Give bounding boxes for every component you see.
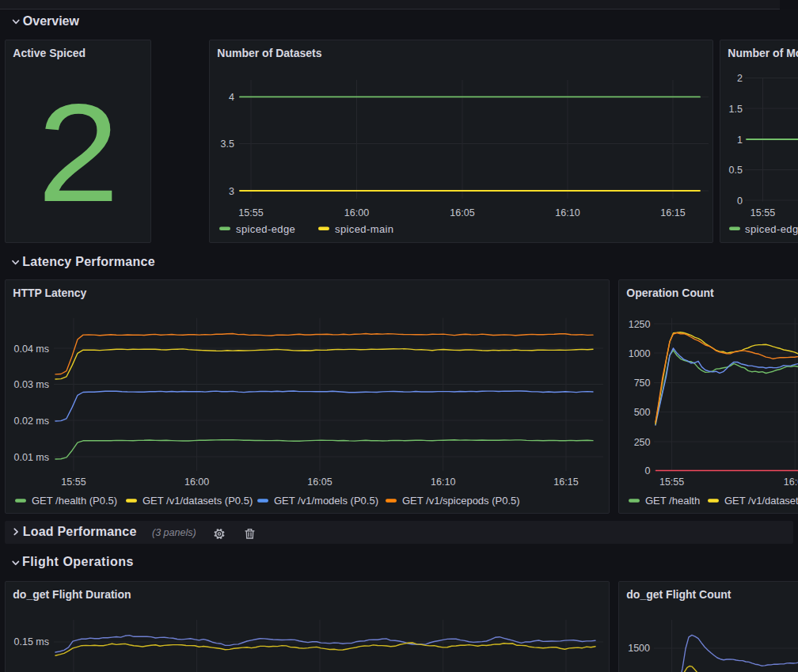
svg-text:500: 500 bbox=[634, 407, 651, 418]
svg-text:0.01 ms: 0.01 ms bbox=[14, 452, 49, 463]
svg-text:3.5: 3.5 bbox=[221, 139, 234, 150]
svg-text:Overview: Overview bbox=[23, 14, 80, 28]
svg-text:GET /v1/spicepods (P0.5): GET /v1/spicepods (P0.5) bbox=[402, 495, 520, 507]
svg-text:0.02 ms: 0.02 ms bbox=[14, 416, 49, 427]
svg-text:15:55: 15:55 bbox=[61, 476, 86, 488]
svg-text:16:15: 16:15 bbox=[553, 476, 578, 488]
svg-text:spiced-main: spiced-main bbox=[335, 223, 394, 235]
svg-text:1.5: 1.5 bbox=[729, 104, 743, 115]
svg-text:2: 2 bbox=[737, 73, 743, 84]
svg-text:0.04 ms: 0.04 ms bbox=[14, 344, 49, 355]
svg-text:Number of Models: Number of Models bbox=[728, 47, 798, 59]
svg-text:0.03 ms: 0.03 ms bbox=[14, 379, 49, 390]
svg-text:16:05: 16:05 bbox=[307, 476, 332, 488]
svg-text:0.5: 0.5 bbox=[729, 165, 743, 176]
svg-text:(3 panels): (3 panels) bbox=[152, 527, 196, 538]
svg-text:do_get Flight Count: do_get Flight Count bbox=[626, 588, 732, 601]
svg-text:16:00: 16:00 bbox=[344, 207, 369, 218]
svg-text:Latency Performance: Latency Performance bbox=[22, 255, 154, 268]
svg-text:Load Performance: Load Performance bbox=[23, 525, 137, 538]
svg-text:GET /health (P0.5): GET /health (P0.5) bbox=[32, 495, 117, 507]
svg-text:16:00: 16:00 bbox=[184, 476, 209, 488]
svg-text:16:05: 16:05 bbox=[450, 207, 474, 218]
svg-text:15:55: 15:55 bbox=[238, 207, 263, 218]
svg-text:15:55: 15:55 bbox=[750, 207, 775, 218]
svg-text:15:55: 15:55 bbox=[659, 476, 684, 488]
svg-text:Operation Count: Operation Count bbox=[626, 287, 714, 299]
svg-text:4: 4 bbox=[229, 92, 234, 103]
svg-text:GET /health: GET /health bbox=[645, 495, 700, 507]
svg-text:0: 0 bbox=[737, 196, 743, 207]
svg-text:do_get Flight Duration: do_get Flight Duration bbox=[13, 588, 131, 601]
svg-text:16:15: 16:15 bbox=[660, 207, 685, 218]
svg-text:1000: 1000 bbox=[629, 348, 651, 359]
svg-text:0: 0 bbox=[645, 465, 651, 476]
svg-text:1: 1 bbox=[737, 135, 743, 146]
svg-text:GET /v1/models (P0.5): GET /v1/models (P0.5) bbox=[274, 495, 378, 507]
svg-text:16:10: 16:10 bbox=[555, 207, 580, 218]
svg-text:1250: 1250 bbox=[629, 319, 651, 330]
svg-text:3: 3 bbox=[229, 186, 234, 197]
svg-text:2: 2 bbox=[37, 74, 119, 230]
svg-text:spiced-edge: spiced-edge bbox=[236, 223, 295, 235]
svg-text:16:00: 16:00 bbox=[784, 476, 798, 488]
svg-text:HTTP Latency: HTTP Latency bbox=[13, 287, 86, 299]
svg-text:spiced-edge: spiced-edge bbox=[745, 223, 798, 235]
svg-text:Flight Operations: Flight Operations bbox=[22, 555, 134, 568]
svg-text:GET /v1/datasets: GET /v1/datasets bbox=[724, 495, 798, 507]
svg-text:0.15 ms: 0.15 ms bbox=[14, 636, 49, 647]
svg-text:750: 750 bbox=[634, 378, 651, 389]
svg-text:Number of Datasets: Number of Datasets bbox=[217, 47, 321, 59]
svg-text:16:10: 16:10 bbox=[431, 476, 455, 488]
svg-text:GET /v1/datasets (P0.5): GET /v1/datasets (P0.5) bbox=[142, 495, 253, 507]
svg-text:1500: 1500 bbox=[628, 643, 650, 654]
svg-text:250: 250 bbox=[634, 437, 651, 448]
svg-text:Active Spiced: Active Spiced bbox=[13, 47, 86, 59]
